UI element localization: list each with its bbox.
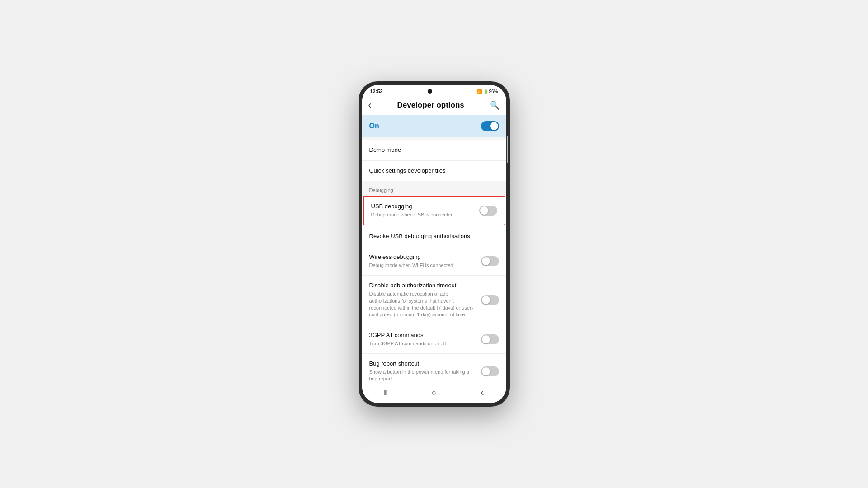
developer-options-toggle-row[interactable]: On <box>362 115 506 137</box>
status-icons: 📶 🔋96% <box>476 89 498 94</box>
usb-debugging-desc: Debug mode when USB is connected <box>371 211 475 218</box>
battery-text: 🔋96% <box>483 89 498 94</box>
scroll-indicator <box>507 136 508 163</box>
toggle-knob <box>490 122 498 130</box>
search-button[interactable]: 🔍 <box>490 100 500 110</box>
disable-adb-title: Disable adb authorization timeout <box>369 282 476 290</box>
wireless-debugging-title: Wireless debugging <box>369 253 476 261</box>
revoke-usb-text: Revoke USB debugging authorisations <box>369 233 499 240</box>
wireless-debugging-toggle[interactable] <box>481 256 499 266</box>
quick-settings-text: Quick settings developer tiles <box>369 167 499 175</box>
3gpp-toggle[interactable] <box>481 334 499 344</box>
usb-debugging-title: USB debugging <box>371 203 475 211</box>
usb-debugging-toggle[interactable] <box>479 206 497 216</box>
developer-options-toggle[interactable] <box>481 121 499 131</box>
demo-mode-item[interactable]: Demo mode <box>362 140 506 161</box>
phone-screen: 12:52 📶 🔋96% ‹ Developer options 🔍 On <box>362 85 506 403</box>
recents-button[interactable]: ⦀ <box>384 389 387 397</box>
usb-debugging-toggle-knob <box>480 206 488 215</box>
demo-mode-text: Demo mode <box>369 146 499 154</box>
wireless-debugging-item[interactable]: Wireless debugging Debug mode when Wi-Fi… <box>362 247 506 276</box>
settings-content[interactable]: On Demo mode Quick settings developer ti… <box>362 115 506 383</box>
wifi-icon: 📶 <box>476 89 482 94</box>
demo-mode-title: Demo mode <box>369 146 495 154</box>
disable-adb-desc: Disable automatic revocation of adb auth… <box>369 291 476 319</box>
back-button[interactable]: ‹ <box>368 99 372 111</box>
quick-settings-item[interactable]: Quick settings developer tiles <box>362 161 506 181</box>
revoke-usb-title: Revoke USB debugging authorisations <box>369 233 495 240</box>
3gpp-text: 3GPP AT commands Turn 3GPP AT commands o… <box>369 332 481 347</box>
page-title: Developer options <box>397 101 464 110</box>
phone-device: 12:52 📶 🔋96% ‹ Developer options 🔍 On <box>359 81 510 407</box>
3gpp-toggle-knob <box>482 335 490 343</box>
revoke-usb-item[interactable]: Revoke USB debugging authorisations <box>362 226 506 247</box>
usb-debugging-item[interactable]: USB debugging Debug mode when USB is con… <box>363 196 505 225</box>
disable-adb-text: Disable adb authorization timeout Disabl… <box>369 282 481 318</box>
3gpp-title: 3GPP AT commands <box>369 332 476 339</box>
bug-report-toggle[interactable] <box>481 366 499 376</box>
camera-dot <box>428 89 432 94</box>
status-time: 12:52 <box>370 89 383 94</box>
wireless-debugging-desc: Debug mode when Wi-Fi is connected <box>369 262 476 269</box>
3gpp-item[interactable]: 3GPP AT commands Turn 3GPP AT commands o… <box>362 325 506 354</box>
nav-bar: ⦀ ○ ‹ <box>362 383 506 403</box>
back-nav-button[interactable]: ‹ <box>481 387 484 399</box>
header: ‹ Developer options 🔍 <box>362 96 506 115</box>
bug-report-toggle-knob <box>482 367 490 375</box>
disable-adb-toggle-knob <box>482 296 490 304</box>
debugging-section-header: Debugging <box>362 184 506 195</box>
bug-report-item[interactable]: Bug report shortcut Show a button in the… <box>362 354 506 383</box>
bug-report-desc: Show a button in the power menu for taki… <box>369 369 476 383</box>
usb-debugging-text: USB debugging Debug mode when USB is con… <box>371 203 479 218</box>
home-button[interactable]: ○ <box>431 388 436 398</box>
quick-settings-title: Quick settings developer tiles <box>369 167 495 175</box>
bug-report-title: Bug report shortcut <box>369 360 476 368</box>
bug-report-text: Bug report shortcut Show a button in the… <box>369 360 481 383</box>
disable-adb-item[interactable]: Disable adb authorization timeout Disabl… <box>362 276 506 325</box>
debugging-settings-group: USB debugging Debug mode when USB is con… <box>362 196 506 383</box>
3gpp-desc: Turn 3GPP AT commands on or off. <box>369 340 476 347</box>
developer-options-label: On <box>369 122 379 130</box>
disable-adb-toggle[interactable] <box>481 295 499 305</box>
wireless-debugging-text: Wireless debugging Debug mode when Wi-Fi… <box>369 253 481 269</box>
status-bar: 12:52 📶 🔋96% <box>362 85 506 96</box>
wireless-debugging-toggle-knob <box>482 257 490 265</box>
general-settings-group: Demo mode Quick settings developer tiles <box>362 140 506 181</box>
